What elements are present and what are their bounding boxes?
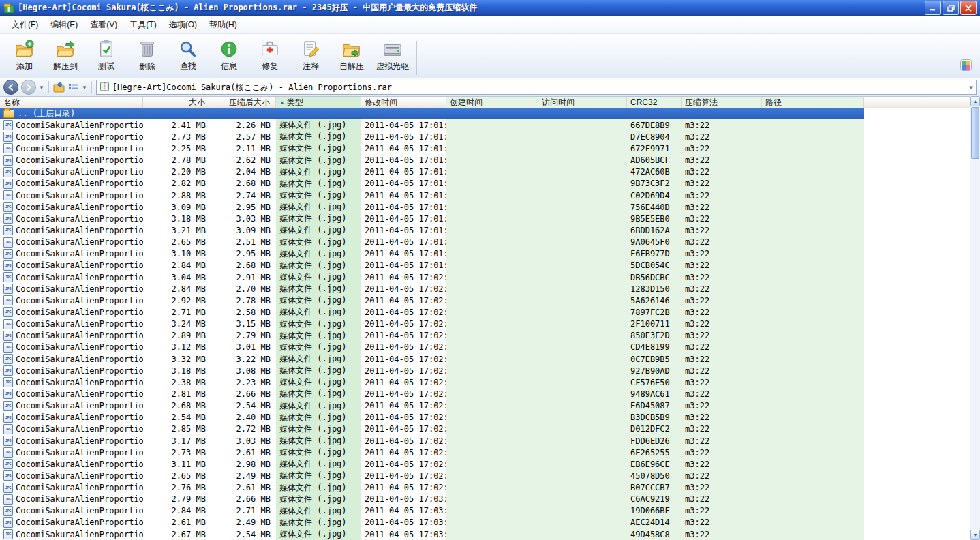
file-row[interactable]: JPGCocomiSakuraAlienProportio...2.84 MB2… xyxy=(0,260,970,271)
file-row[interactable]: JPGCocomiSakuraAlienProportio...3.17 MB3… xyxy=(0,435,970,447)
column-header-modified[interactable]: 修改时间 xyxy=(361,97,446,108)
cell-crc32: D012DFC2 xyxy=(627,423,682,435)
cell-accessed xyxy=(538,388,627,400)
address-field[interactable]: [Hegre-Art]Cocomi Sakura(桜ここみ) - Alien P… xyxy=(96,80,977,95)
file-row[interactable]: JPGCocomiSakuraAlienProportio...2.73 MB2… xyxy=(0,447,970,458)
comment-button[interactable]: 注释 xyxy=(290,36,331,72)
add-button[interactable]: 添加 xyxy=(4,36,45,72)
file-row[interactable]: JPGCocomiSakuraAlienProportio...2.65 MB2… xyxy=(0,237,970,248)
file-row[interactable]: JPGCocomiSakuraAlienProportio...2.25 MB2… xyxy=(0,142,970,154)
test-button[interactable]: 测试 xyxy=(86,36,127,72)
column-header-crc32[interactable]: CRC32 xyxy=(627,97,682,108)
file-row[interactable]: JPGCocomiSakuraAlienProportio...2.79 MB2… xyxy=(0,494,970,505)
skin-palette-icon[interactable] xyxy=(960,59,972,71)
menu-item-4[interactable]: 选项(O) xyxy=(163,16,203,33)
back-button[interactable] xyxy=(3,80,18,95)
menu-item-1[interactable]: 编辑(E) xyxy=(44,16,84,33)
file-row[interactable]: JPGCocomiSakuraAlienProportio...2.65 MB2… xyxy=(0,470,970,481)
parent-dir-row[interactable]: .. (上层目录) xyxy=(0,108,970,119)
file-row[interactable]: JPGCocomiSakuraAlienProportio...2.84 MB2… xyxy=(0,283,970,295)
menu-item-5[interactable]: 帮助(H) xyxy=(203,16,243,33)
file-row[interactable]: JPGCocomiSakuraAlienProportio...2.85 MB2… xyxy=(0,423,970,435)
cell-packed: 2.61 MB xyxy=(211,447,276,458)
file-row[interactable]: JPGCocomiSakuraAlienProportio...3.04 MB2… xyxy=(0,271,970,283)
history-dropdown-icon[interactable]: ▼ xyxy=(39,85,44,91)
cell-method: m3:22 xyxy=(682,119,762,131)
file-row[interactable]: JPGCocomiSakuraAlienProportio...2.71 MB2… xyxy=(0,306,970,318)
jpg-file-icon: JPG xyxy=(3,494,13,505)
file-row[interactable]: JPGCocomiSakuraAlienProportio...3.18 MB3… xyxy=(0,213,970,224)
info-button[interactable]: 信息 xyxy=(209,36,249,72)
file-row[interactable]: JPGCocomiSakuraAlienProportio...3.10 MB2… xyxy=(0,248,970,260)
menu-item-2[interactable]: 查看(V) xyxy=(84,16,123,33)
file-row[interactable]: JPGCocomiSakuraAlienProportio...2.84 MB2… xyxy=(0,505,970,517)
restore-button[interactable] xyxy=(943,1,959,15)
menu-item-0[interactable]: 文件(F) xyxy=(5,16,44,33)
scrollbar-thumb[interactable] xyxy=(971,107,979,159)
cell-crc32: B07CCCB7 xyxy=(627,482,682,494)
close-button[interactable] xyxy=(960,1,977,15)
cell-accessed xyxy=(538,201,627,213)
extract-to-button[interactable]: 解压到 xyxy=(45,36,86,72)
file-row[interactable]: JPGCocomiSakuraAlienProportio...2.54 MB2… xyxy=(0,412,970,423)
cell-empty xyxy=(211,108,276,119)
column-header-packed[interactable]: 压缩后大小 xyxy=(211,97,276,108)
repair-button[interactable]: 修复 xyxy=(249,36,290,72)
column-header-method[interactable]: 压缩算法 xyxy=(682,97,762,108)
file-row[interactable]: JPGCocomiSakuraAlienProportio...2.89 MB2… xyxy=(0,330,970,342)
scroll-up-button[interactable]: ▲ xyxy=(970,96,980,106)
file-row[interactable]: JPGCocomiSakuraAlienProportio...2.41 MB2… xyxy=(0,119,970,131)
cell-modified: 2011-04-05 17:02:30 xyxy=(361,376,446,388)
jpg-file-icon: JPG xyxy=(3,412,13,423)
column-header-label: 访问时间 xyxy=(542,97,575,108)
file-row[interactable]: JPGCocomiSakuraAlienProportio...2.81 MB2… xyxy=(0,388,970,400)
column-header-name[interactable]: 名称 xyxy=(0,97,143,108)
column-header-path[interactable]: 路径 xyxy=(762,97,864,108)
file-row[interactable]: JPGCocomiSakuraAlienProportio...3.11 MB2… xyxy=(0,458,970,470)
cell-created xyxy=(446,131,538,142)
file-row[interactable]: JPGCocomiSakuraAlienProportio...3.12 MB3… xyxy=(0,342,970,353)
cell-packed: 3.15 MB xyxy=(211,318,276,330)
cell-type: 媒体文件 (.jpg) xyxy=(276,400,361,412)
file-row[interactable]: JPGCocomiSakuraAlienProportio...3.09 MB2… xyxy=(0,201,970,213)
minimize-button[interactable] xyxy=(925,1,941,15)
folder-up-button[interactable] xyxy=(53,82,65,93)
file-row[interactable]: JPGCocomiSakuraAlienProportio...2.92 MB2… xyxy=(0,295,970,306)
file-row[interactable]: JPGCocomiSakuraAlienProportio...2.67 MB2… xyxy=(0,528,970,540)
cell-path xyxy=(762,458,864,470)
cell-method: m3:22 xyxy=(682,318,762,330)
cell-crc32: DB56DCBC xyxy=(627,271,682,283)
sfx-button[interactable]: 自解压 xyxy=(331,36,372,72)
file-row[interactable]: JPGCocomiSakuraAlienProportio...2.88 MB2… xyxy=(0,190,970,201)
virtual-drive-button[interactable]: 虚拟光驱 xyxy=(372,36,413,72)
file-row[interactable]: JPGCocomiSakuraAlienProportio...2.73 MB2… xyxy=(0,131,970,142)
file-row[interactable]: JPGCocomiSakuraAlienProportio...3.18 MB3… xyxy=(0,365,970,376)
file-row[interactable]: JPGCocomiSakuraAlienProportio...2.20 MB2… xyxy=(0,166,970,178)
menu-item-3[interactable]: 工具(T) xyxy=(123,16,162,33)
address-dropdown-icon[interactable]: ▼ xyxy=(969,85,973,91)
cell-created xyxy=(446,295,538,306)
file-row[interactable]: JPGCocomiSakuraAlienProportio...2.38 MB2… xyxy=(0,376,970,388)
view-mode-button[interactable] xyxy=(67,82,79,93)
view-mode-dropdown-icon[interactable]: ▼ xyxy=(82,85,87,91)
column-header-accessed[interactable]: 访问时间 xyxy=(538,97,627,108)
delete-button[interactable]: 删除 xyxy=(127,36,168,72)
file-row[interactable]: JPGCocomiSakuraAlienProportio...2.61 MB2… xyxy=(0,517,970,528)
file-row[interactable]: JPGCocomiSakuraAlienProportio...3.24 MB3… xyxy=(0,318,970,330)
scroll-down-button[interactable]: ▼ xyxy=(970,530,980,540)
column-header-created[interactable]: 创建时间 xyxy=(446,97,538,108)
forward-button[interactable] xyxy=(21,80,36,95)
column-header-size[interactable]: 大小 xyxy=(143,97,211,108)
file-row[interactable]: JPGCocomiSakuraAlienProportio...2.76 MB2… xyxy=(0,482,970,494)
file-row[interactable]: JPGCocomiSakuraAlienProportio...2.78 MB2… xyxy=(0,155,970,166)
file-row[interactable]: JPGCocomiSakuraAlienProportio...2.68 MB2… xyxy=(0,400,970,412)
file-row[interactable]: JPGCocomiSakuraAlienProportio...3.21 MB3… xyxy=(0,224,970,236)
file-row[interactable]: JPGCocomiSakuraAlienProportio...3.32 MB3… xyxy=(0,353,970,365)
vertical-scrollbar[interactable]: ▲ ▼ xyxy=(970,96,980,540)
column-header-type[interactable]: ▲类型 xyxy=(276,97,361,108)
file-row[interactable]: JPGCocomiSakuraAlienProportio...2.82 MB2… xyxy=(0,178,970,190)
find-button[interactable]: 查找 xyxy=(168,36,209,72)
cell-packed: 2.54 MB xyxy=(211,400,276,412)
cell-packed: 2.26 MB xyxy=(211,119,276,131)
cell-size: 2.78 MB xyxy=(143,155,211,166)
